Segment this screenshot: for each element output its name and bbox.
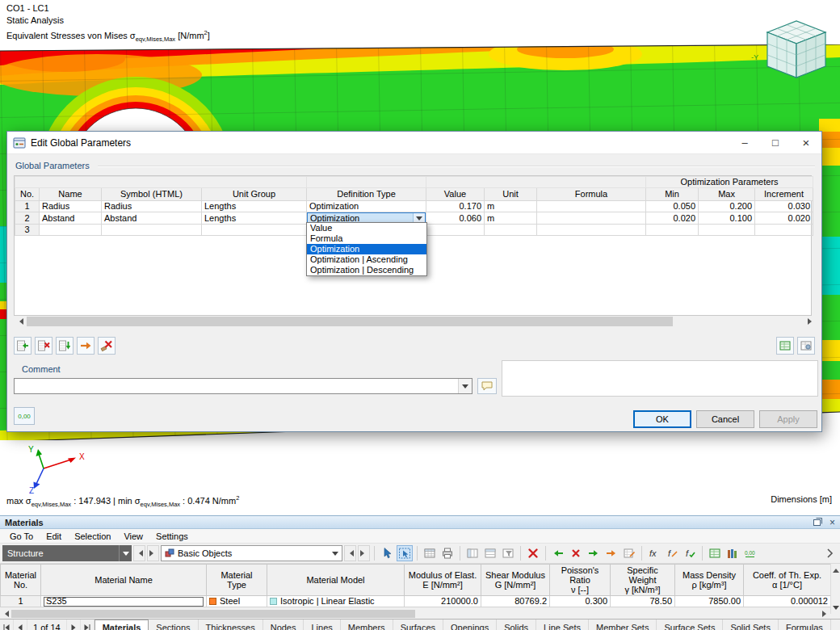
- select-pointer-icon[interactable]: [379, 545, 395, 561]
- apply-button[interactable]: Apply: [759, 410, 817, 428]
- grid-horizontal-scrollbar[interactable]: [14, 316, 817, 327]
- menu-settings[interactable]: Settings: [149, 531, 195, 541]
- shear-modulus-cell[interactable]: 80769.2: [481, 596, 550, 607]
- increment-cell[interactable]: [755, 225, 813, 236]
- tab-surfaces[interactable]: Surfaces: [393, 620, 443, 630]
- delete-objects-icon[interactable]: [525, 545, 541, 561]
- dialog-titlebar[interactable]: Edit Global Parameters – □ ×: [7, 132, 821, 154]
- unit-cell[interactable]: m: [485, 212, 537, 225]
- excel-export-icon[interactable]: [707, 545, 723, 561]
- toolbar-overflow-icon[interactable]: [821, 545, 838, 561]
- delete-parameter-icon[interactable]: [35, 337, 52, 355]
- materials-horizontal-scrollbar[interactable]: [0, 609, 830, 619]
- table-view-icon[interactable]: [422, 545, 438, 561]
- tab-materials[interactable]: Materials: [94, 620, 149, 630]
- prev-table-icon[interactable]: [344, 545, 356, 561]
- units-settings-button[interactable]: 0,00: [14, 407, 35, 425]
- tab-nodes[interactable]: Nodes: [263, 620, 304, 630]
- first-table-icon[interactable]: [0, 620, 14, 630]
- comment-text-area[interactable]: [502, 360, 818, 397]
- symbol-cell[interactable]: Abstand: [102, 212, 202, 225]
- dropdown-option-optimization-descending[interactable]: Optimization | Descending: [307, 265, 426, 275]
- maximize-icon[interactable]: □: [760, 132, 791, 153]
- next-group-icon[interactable]: [147, 545, 159, 561]
- tab-openings[interactable]: Openings: [443, 620, 497, 630]
- formula-apply-icon[interactable]: f: [682, 545, 698, 561]
- value-cell[interactable]: 0.170: [426, 201, 485, 212]
- tab-members[interactable]: Members: [341, 620, 393, 630]
- tab-member-sets[interactable]: Member Sets: [589, 620, 657, 630]
- material-type-cell[interactable]: Steel: [207, 596, 267, 607]
- modulus-cell[interactable]: 210000.0: [405, 596, 481, 607]
- dropdown-option-value[interactable]: Value: [307, 223, 426, 233]
- min-cell[interactable]: 0.020: [646, 212, 699, 225]
- table-settings-icon[interactable]: [797, 337, 815, 355]
- tab-line-sets[interactable]: Line Sets: [536, 620, 589, 630]
- units-settings-icon[interactable]: 0,00: [742, 545, 758, 561]
- unit-cell[interactable]: [485, 225, 537, 236]
- copy-row-icon[interactable]: [586, 545, 602, 561]
- thermal-exp-cell[interactable]: 0.000012: [744, 596, 831, 607]
- min-cell[interactable]: [646, 225, 699, 236]
- scroll-up-icon[interactable]: [831, 564, 840, 573]
- symbol-cell[interactable]: [102, 225, 202, 236]
- menu-go-to[interactable]: Go To: [3, 531, 40, 541]
- materials-panel-titlebar[interactable]: Materials ×: [0, 515, 840, 529]
- print-icon[interactable]: [439, 545, 456, 561]
- scroll-left-icon[interactable]: [14, 316, 25, 327]
- row-number[interactable]: 2: [15, 212, 40, 225]
- formula-cell[interactable]: [537, 225, 646, 236]
- close-icon[interactable]: ×: [791, 132, 821, 153]
- export-table-icon[interactable]: [776, 337, 794, 355]
- material-library-icon[interactable]: [724, 545, 741, 561]
- specific-weight-cell[interactable]: 78.50: [611, 596, 675, 607]
- add-parameter-icon[interactable]: [14, 337, 32, 355]
- move-row-icon[interactable]: [603, 545, 620, 561]
- delete-row-icon[interactable]: [568, 545, 584, 561]
- comment-dropdown-icon[interactable]: [458, 379, 472, 393]
- menu-selection[interactable]: Selection: [68, 531, 117, 541]
- increment-cell[interactable]: 0.020: [755, 212, 813, 225]
- row-number[interactable]: 3: [15, 225, 40, 236]
- menu-view[interactable]: View: [117, 531, 149, 541]
- menu-edit[interactable]: Edit: [40, 531, 68, 541]
- tab-sections[interactable]: Sections: [149, 620, 198, 630]
- scroll-right-icon[interactable]: [821, 609, 830, 619]
- float-panel-icon[interactable]: [813, 517, 823, 528]
- unit-cell[interactable]: m: [485, 201, 537, 212]
- close-panel-icon[interactable]: ×: [830, 517, 835, 528]
- max-cell[interactable]: 0.200: [699, 201, 755, 212]
- basic-objects-combobox[interactable]: Basic Objects: [161, 545, 342, 561]
- scroll-left-icon[interactable]: [0, 609, 10, 619]
- unit-group-cell[interactable]: Lengths: [202, 212, 307, 225]
- comment-combobox[interactable]: [14, 378, 472, 394]
- dropdown-option-formula[interactable]: Formula: [307, 233, 426, 244]
- tab-solids[interactable]: Solids: [497, 620, 536, 630]
- scrollbar-thumb[interactable]: [27, 317, 673, 326]
- structure-dropdown-icon[interactable]: [119, 545, 132, 561]
- view-rows-icon[interactable]: [482, 545, 498, 561]
- increment-cell[interactable]: 0.030: [755, 201, 813, 212]
- previous-table-icon[interactable]: [14, 620, 27, 630]
- definition-type-cell[interactable]: Optimization: [307, 201, 426, 212]
- structure-combobox[interactable]: Structure: [2, 545, 132, 561]
- name-cell[interactable]: Abstand: [40, 212, 102, 225]
- symbol-cell[interactable]: Radius: [102, 201, 202, 212]
- name-cell[interactable]: [40, 225, 102, 236]
- delete-all-parameters-icon[interactable]: [98, 337, 116, 355]
- material-name-cell[interactable]: S235: [41, 596, 207, 607]
- poisson-cell[interactable]: 0.300: [550, 596, 611, 607]
- row-number[interactable]: 1: [15, 201, 40, 212]
- materials-vertical-scrollbar[interactable]: [830, 564, 840, 614]
- tab-lines[interactable]: Lines: [304, 620, 340, 630]
- insert-row-icon[interactable]: [550, 545, 566, 561]
- max-cell[interactable]: [699, 225, 755, 236]
- min-cell[interactable]: 0.050: [646, 201, 699, 212]
- scrollbar-thumb[interactable]: [11, 610, 415, 618]
- tab-formulas[interactable]: Formulas: [779, 620, 831, 630]
- formula-cell[interactable]: [537, 201, 646, 212]
- tab-thicknesses[interactable]: Thicknesses: [199, 620, 263, 630]
- view-columns-icon[interactable]: [464, 545, 481, 561]
- unit-group-cell[interactable]: Lengths: [202, 201, 307, 212]
- insert-parameter-icon[interactable]: [56, 337, 74, 355]
